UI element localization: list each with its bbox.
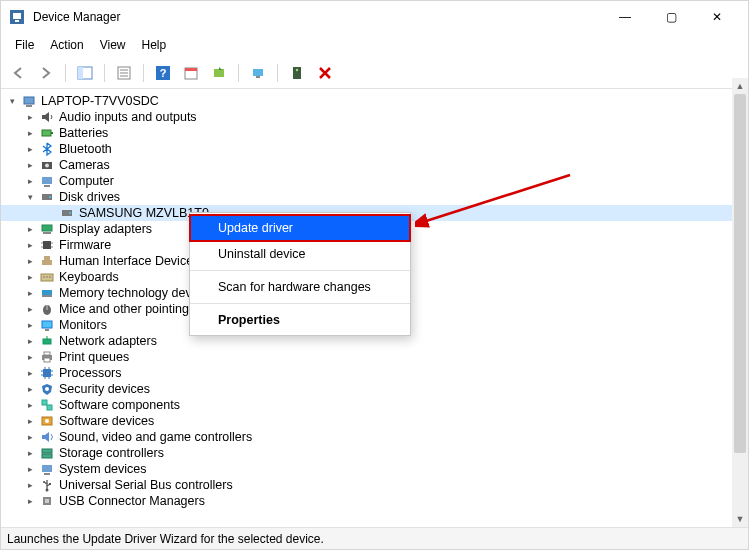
- status-text: Launches the Update Driver Wizard for th…: [7, 532, 324, 546]
- expand-icon[interactable]: ▸: [23, 237, 37, 253]
- tree-item-swcomp[interactable]: ▸Software components: [1, 397, 746, 413]
- ctx-update-driver[interactable]: Update driver: [190, 215, 410, 241]
- tree-item-usb[interactable]: ▸Universal Serial Bus controllers: [1, 477, 746, 493]
- menu-action[interactable]: Action: [42, 35, 91, 55]
- memory-icon: [39, 285, 55, 301]
- expand-icon[interactable]: ▸: [23, 141, 37, 157]
- svg-point-40: [43, 276, 45, 278]
- back-button[interactable]: [7, 62, 29, 84]
- tree-item-storage[interactable]: ▸Storage controllers: [1, 445, 746, 461]
- tree-item-printq[interactable]: ▸Print queues: [1, 349, 746, 365]
- update-driver-icon[interactable]: [208, 62, 230, 84]
- svg-rect-13: [214, 69, 224, 77]
- svg-rect-25: [44, 185, 50, 187]
- scroll-down-icon[interactable]: ▼: [732, 511, 748, 527]
- svg-rect-31: [43, 232, 51, 234]
- camera-icon: [39, 157, 55, 173]
- tree-item-processors[interactable]: ▸Processors: [1, 365, 746, 381]
- expand-icon[interactable]: ▸: [23, 269, 37, 285]
- tree-item-disk-drives[interactable]: ▾Disk drives: [1, 189, 746, 205]
- expand-icon[interactable]: ▸: [23, 285, 37, 301]
- storage-controller-icon: [39, 445, 55, 461]
- svg-rect-32: [43, 241, 51, 249]
- toolbar-separator: [277, 64, 278, 82]
- svg-rect-24: [42, 177, 52, 184]
- expand-icon[interactable]: ▸: [23, 157, 37, 173]
- svg-rect-43: [42, 290, 52, 295]
- tree-item-label: Batteries: [59, 125, 108, 141]
- tree-item-label: Computer: [59, 173, 114, 189]
- tree-item-label: Disk drives: [59, 189, 120, 205]
- ctx-scan-hardware[interactable]: Scan for hardware changes: [190, 274, 410, 300]
- calendar-icon[interactable]: [180, 62, 202, 84]
- svg-rect-1: [13, 13, 21, 19]
- help-icon[interactable]: ?: [152, 62, 174, 84]
- shield-icon: [39, 381, 55, 397]
- expand-icon[interactable]: ▸: [23, 445, 37, 461]
- tree-item-label: Audio inputs and outputs: [59, 109, 197, 125]
- maximize-button[interactable]: ▢: [648, 1, 694, 33]
- ctx-properties[interactable]: Properties: [190, 307, 410, 333]
- svg-rect-12: [185, 68, 197, 71]
- expand-icon[interactable]: ▸: [23, 461, 37, 477]
- expand-icon[interactable]: ▸: [23, 173, 37, 189]
- tree-item-security[interactable]: ▸Security devices: [1, 381, 746, 397]
- tree-item-usbmgr[interactable]: ▸USB Connector Managers: [1, 493, 746, 509]
- close-button[interactable]: ✕: [694, 1, 740, 33]
- expand-icon[interactable]: ▸: [23, 429, 37, 445]
- show-hide-console-tree-icon[interactable]: [74, 62, 96, 84]
- tree-item-sound[interactable]: ▸Sound, video and game controllers: [1, 429, 746, 445]
- tree-item-audio[interactable]: ▸Audio inputs and outputs: [1, 109, 746, 125]
- uninstall-device-icon[interactable]: [314, 62, 336, 84]
- vertical-scrollbar[interactable]: ▲ ▼: [732, 78, 748, 527]
- menu-help[interactable]: Help: [134, 35, 175, 55]
- expand-icon[interactable]: ▸: [23, 477, 37, 493]
- expand-icon[interactable]: ▸: [23, 125, 37, 141]
- expand-icon[interactable]: ▸: [23, 253, 37, 269]
- tree-item-label: Firmware: [59, 237, 111, 253]
- tree-item-bluetooth[interactable]: ▸Bluetooth: [1, 141, 746, 157]
- forward-button[interactable]: [35, 62, 57, 84]
- expand-icon[interactable]: ▸: [23, 365, 37, 381]
- tree-item-swdev[interactable]: ▸Software devices: [1, 413, 746, 429]
- scan-hardware-icon[interactable]: [247, 62, 269, 84]
- properties-icon[interactable]: [113, 62, 135, 84]
- ctx-uninstall-device[interactable]: Uninstall device: [190, 241, 410, 267]
- expand-icon[interactable]: ▸: [23, 333, 37, 349]
- expand-icon[interactable]: ▸: [23, 381, 37, 397]
- svg-rect-21: [51, 132, 53, 134]
- scrollbar-thumb[interactable]: [734, 94, 746, 453]
- usb-connector-icon: [39, 493, 55, 509]
- tree-item-batteries[interactable]: ▸Batteries: [1, 125, 746, 141]
- expand-icon[interactable]: ▸: [23, 493, 37, 509]
- expand-icon[interactable]: ▸: [23, 397, 37, 413]
- svg-rect-64: [42, 400, 47, 405]
- svg-rect-69: [42, 454, 52, 458]
- scrollbar-track[interactable]: [732, 94, 748, 511]
- tree-item-label: Processors: [59, 365, 122, 381]
- titlebar: Device Manager — ▢ ✕: [1, 1, 748, 33]
- expand-icon[interactable]: ▸: [23, 413, 37, 429]
- svg-point-67: [45, 419, 49, 423]
- expand-icon[interactable]: ▸: [23, 221, 37, 237]
- mouse-icon: [39, 301, 55, 317]
- menu-view[interactable]: View: [92, 35, 134, 55]
- context-menu-separator: [190, 270, 410, 271]
- expand-icon[interactable]: ▸: [23, 349, 37, 365]
- scroll-up-icon[interactable]: ▲: [732, 78, 748, 94]
- expand-icon[interactable]: ▾: [23, 189, 37, 205]
- expand-icon[interactable]: ▸: [23, 317, 37, 333]
- tree-item-sysdev[interactable]: ▸System devices: [1, 461, 746, 477]
- tree-root[interactable]: ▾ LAPTOP-T7VV0SDC: [1, 93, 746, 109]
- menu-file[interactable]: File: [7, 35, 42, 55]
- hid-icon: [39, 253, 55, 269]
- expand-icon[interactable]: ▸: [23, 109, 37, 125]
- svg-rect-30: [42, 225, 52, 231]
- printer-icon: [39, 349, 55, 365]
- expand-icon[interactable]: ▾: [5, 93, 19, 109]
- tree-item-computer[interactable]: ▸Computer: [1, 173, 746, 189]
- device-icon[interactable]: [286, 62, 308, 84]
- minimize-button[interactable]: —: [602, 1, 648, 33]
- expand-icon[interactable]: ▸: [23, 301, 37, 317]
- tree-item-cameras[interactable]: ▸Cameras: [1, 157, 746, 173]
